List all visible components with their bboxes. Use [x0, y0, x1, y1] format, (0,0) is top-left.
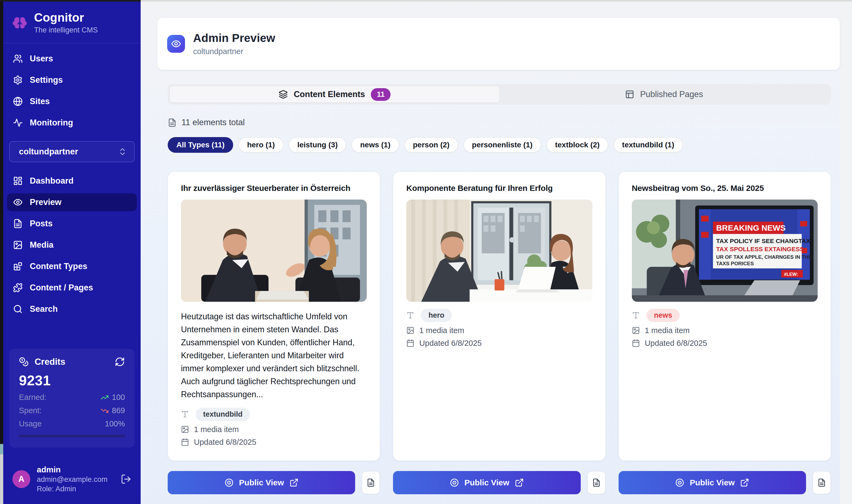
document-button[interactable]	[362, 471, 380, 494]
sidebar-item-settings[interactable]: Settings	[7, 71, 137, 89]
filter-chip-hero[interactable]: hero (1)	[238, 137, 283, 153]
content-card[interactable]: Komponente Beratung für Ihren Erfolg	[393, 172, 605, 461]
sidebar-item-search[interactable]: Search	[7, 300, 137, 318]
sidebar-nav-global: Users Settings Sites Monitoring	[3, 43, 141, 135]
sidebar-item-users[interactable]: Users	[7, 50, 137, 68]
filter-chip-person[interactable]: person (2)	[404, 137, 458, 153]
public-view-label: Public View	[464, 478, 509, 487]
public-view-button[interactable]: Public View	[619, 471, 806, 494]
calendar-icon	[406, 339, 414, 347]
sidebar-item-label: Dashboard	[30, 176, 74, 186]
credits-title: Credits	[35, 357, 109, 367]
updated-date: Updated 6/8/2025	[645, 339, 707, 348]
news-banner-text: BREAKING NEWS	[716, 223, 785, 232]
news-line-4: TAXS PORICES	[716, 260, 753, 266]
card-title: Komponente Beratung für Ihren Erfolg	[406, 183, 592, 194]
type-icon	[406, 311, 414, 319]
updated-date: Updated 6/8/2025	[419, 339, 482, 348]
trend-up-icon	[101, 393, 109, 401]
background-window-fragment	[0, 454, 3, 504]
activity-icon	[13, 118, 23, 128]
site-selector[interactable]: coltundpartner	[9, 141, 135, 162]
tab-count-badge: 11	[371, 88, 391, 101]
filter-chip-textundbild[interactable]: textundbild (1)	[614, 137, 683, 153]
sidebar-item-preview[interactable]: Preview	[7, 193, 137, 211]
content-card[interactable]: Newsbeitrag vom So., 25. Mai 2025	[619, 172, 831, 461]
page-title: Admin Preview	[193, 32, 276, 44]
tab-content-elements[interactable]: Content Elements 11	[170, 86, 499, 103]
image-icon	[632, 326, 640, 335]
sidebar-item-content-pages[interactable]: Content / Pages	[7, 279, 137, 296]
filter-chip-textblock[interactable]: textblock (2)	[546, 137, 608, 153]
users-icon	[13, 54, 23, 64]
sidebar-item-label: Preview	[30, 197, 61, 207]
elements-summary-text: 11 elements total	[181, 118, 245, 127]
file-text-icon	[168, 118, 177, 127]
brain-icon	[11, 14, 28, 31]
app-logo: Cognitor The intelligent CMS	[3, 2, 141, 43]
credits-earned-label: Earned:	[19, 393, 101, 402]
eye-icon	[171, 39, 181, 49]
background-window-edge	[0, 2, 3, 504]
card-image	[406, 200, 592, 302]
content-card[interactable]: Ihr zuverlässiger Steuerberater in Öster…	[168, 172, 380, 461]
trend-down-icon	[101, 407, 109, 415]
eye-circle-icon	[675, 478, 684, 487]
filter-chip-news[interactable]: news (1)	[351, 137, 399, 153]
public-view-label: Public View	[239, 478, 284, 487]
credits-usage-value: 100%	[105, 419, 125, 428]
user-name: admin	[37, 465, 114, 474]
user-role: Role: Admin	[37, 485, 114, 493]
tab-published-pages[interactable]: Published Pages	[499, 86, 829, 103]
sidebar-item-sites[interactable]: Sites	[7, 92, 137, 110]
image-icon	[13, 240, 23, 250]
sidebar-item-posts[interactable]: Posts	[7, 215, 137, 233]
filter-chip-all-types[interactable]: All Types (11)	[168, 137, 233, 153]
document-button[interactable]	[813, 471, 831, 494]
credits-spent-value: 869	[112, 406, 125, 415]
app-title: Cognitor	[34, 11, 98, 24]
sidebar-item-media[interactable]: Media	[7, 236, 137, 254]
sidebar-nav-site: Dashboard Preview Posts Media Content Ty…	[3, 165, 141, 322]
content-cards: Ihr zuverlässiger Steuerberater in Öster…	[168, 172, 831, 461]
sidebar-item-label: Posts	[30, 219, 52, 229]
page-header: Admin Preview coltundpartner	[157, 18, 840, 70]
updated-date: Updated 6/8/2025	[194, 438, 256, 447]
filter-chip-leistung[interactable]: leistung (3)	[289, 137, 346, 153]
sidebar-item-content-types[interactable]: Content Types	[7, 257, 137, 275]
calendar-icon	[632, 339, 640, 347]
filter-chip-personenliste[interactable]: personenliste (1)	[463, 137, 541, 153]
public-view-button[interactable]: Public View	[168, 471, 355, 494]
preview-header-icon	[167, 35, 185, 53]
elements-summary: 11 elements total	[168, 118, 831, 127]
file-text-icon	[367, 478, 375, 487]
coins-icon	[19, 357, 29, 367]
document-button[interactable]	[587, 471, 606, 494]
site-selector-value: coltundpartner	[19, 147, 78, 157]
public-view-button[interactable]: Public View	[393, 471, 581, 494]
card-image: BREAKING NEWS TAX POLICY IF SEE CHANGTAX…	[632, 200, 818, 302]
sidebar-item-dashboard[interactable]: Dashboard	[7, 172, 137, 190]
news-line-1: TAX POLICY IF SEE CHANGTAX:	[716, 237, 812, 245]
globe-icon	[13, 96, 23, 106]
chevrons-up-down-icon	[118, 147, 127, 156]
layers-icon	[279, 90, 288, 99]
type-icon	[181, 410, 189, 418]
media-count: 1 media item	[419, 326, 464, 335]
eye-circle-icon	[225, 478, 234, 487]
refresh-icon[interactable]	[115, 357, 125, 367]
background-window-fragment	[0, 444, 3, 454]
public-view-label: Public View	[690, 478, 734, 487]
scroll-gutter[interactable]	[840, 2, 852, 504]
card-excerpt: Heutzutage ist das wirtschaftliche Umfel…	[181, 310, 367, 401]
sidebar: Cognitor The intelligent CMS Users Setti…	[3, 2, 141, 504]
tab-bar: Content Elements 11 Published Pages	[168, 84, 831, 105]
sidebar-item-label: Monitoring	[30, 118, 73, 128]
type-badge: hero	[421, 309, 452, 322]
sidebar-item-label: Search	[30, 304, 58, 314]
credits-usage-bar	[19, 435, 125, 437]
sidebar-item-label: Content Types	[30, 262, 87, 271]
main-area: Admin Preview coltundpartner Content Ele…	[141, 2, 852, 504]
logout-icon[interactable]	[121, 474, 131, 485]
sidebar-item-monitoring[interactable]: Monitoring	[7, 114, 137, 132]
